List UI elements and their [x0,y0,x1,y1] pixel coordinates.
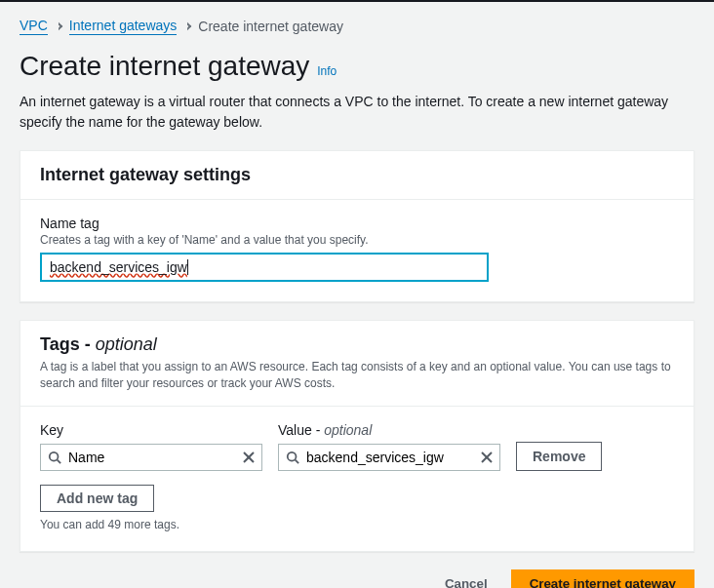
tag-value-label: Value - optional [278,422,500,438]
breadcrumb: VPC Internet gateways Create internet ga… [20,18,694,35]
create-internet-gateway-button[interactable]: Create internet gateway [511,569,694,588]
tag-key-label: Key [40,422,262,438]
cancel-button[interactable]: Cancel [437,569,496,588]
svg-point-4 [288,451,297,460]
settings-panel: Internet gateway settings Name tag Creat… [20,150,694,302]
tags-panel-title: Tags - optional [40,334,674,355]
info-link[interactable]: Info [317,64,337,78]
breadcrumb-vpc-link[interactable]: VPC [20,18,48,35]
clear-icon[interactable] [481,451,493,463]
name-tag-input[interactable]: backend_services_igw [40,253,489,282]
tag-limit-text: You can add 49 more tags. [40,518,674,531]
chevron-right-icon [55,22,62,30]
add-new-tag-button[interactable]: Add new tag [40,485,154,512]
tag-row: Key Value - optional Remove [40,422,674,471]
clear-icon[interactable] [243,451,255,463]
svg-point-0 [50,451,59,460]
page-description: An internet gateway is a virtual router … [20,92,694,133]
svg-line-5 [296,459,299,463]
settings-panel-title: Internet gateway settings [40,165,674,185]
breadcrumb-igw-link[interactable]: Internet gateways [69,18,178,35]
tags-panel: Tags - optional A tag is a label that yo… [20,320,694,552]
name-tag-hint: Creates a tag with a key of 'Name' and a… [40,233,674,247]
page-title: Create internet gateway [20,51,309,82]
search-icon [286,451,299,464]
breadcrumb-current: Create internet gateway [198,19,343,34]
chevron-right-icon [183,22,191,30]
tags-panel-desc: A tag is a label that you assign to an A… [40,359,674,392]
remove-tag-button[interactable]: Remove [516,442,602,471]
tag-value-input[interactable] [278,444,500,471]
name-tag-label: Name tag [40,216,674,231]
svg-line-1 [58,459,61,463]
tag-key-input[interactable] [40,444,262,471]
action-buttons: Cancel Create internet gateway [20,569,694,588]
search-icon [48,451,61,464]
